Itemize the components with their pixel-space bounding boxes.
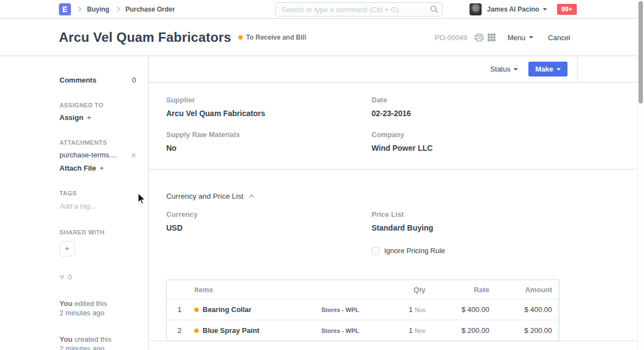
field-label: Supply Raw Materials <box>166 130 372 139</box>
activity-when: 2 minutes ago <box>59 344 136 350</box>
menu-button[interactable]: Menu <box>507 34 533 42</box>
user-avatar[interactable] <box>470 3 482 15</box>
assign-label: Assign <box>59 113 83 122</box>
cancel-button[interactable]: Cancel <box>548 34 570 42</box>
item-amount: $ 200.00 <box>489 326 552 335</box>
comments-link[interactable]: Comments 0 <box>59 76 136 84</box>
make-dropdown[interactable]: Make <box>528 62 567 76</box>
collapse-section-icon <box>249 194 254 200</box>
item-qty: 1 Nos <box>376 305 425 314</box>
user-menu[interactable]: James Al Pacino <box>487 6 547 13</box>
breadcrumb-buying[interactable]: Buying <box>87 6 110 13</box>
row-index: 1 <box>167 305 192 314</box>
divider <box>577 56 578 82</box>
field-value: Standard Buying <box>372 223 626 233</box>
status-dropdown[interactable]: Status <box>490 65 519 73</box>
assigned-to-label: ASSIGNED TO <box>59 102 136 109</box>
app-logo[interactable]: E <box>59 3 71 15</box>
search-icon <box>430 5 439 14</box>
document-id: PO-00049 <box>435 34 467 42</box>
add-icon: + <box>100 164 104 172</box>
form-section-currency: Currency and Price List Currency USD Pri… <box>149 181 644 255</box>
field-label: Supplier <box>166 96 372 105</box>
chevron-right-icon <box>114 7 120 12</box>
item-name: Blue Spray Paint <box>203 326 259 335</box>
field-label: Date <box>372 96 626 105</box>
form-sidebar: Comments 0 ASSIGNED TO Assign + ATTACHME… <box>0 56 149 349</box>
status-indicator-label: To Receive and Bill <box>246 34 306 41</box>
checkbox-label: Ignore Pricing Rule <box>384 247 445 255</box>
row-index: 2 <box>167 326 192 335</box>
status-indicator: To Receive and Bill <box>238 34 306 41</box>
remove-attachment-icon[interactable]: × <box>131 152 136 158</box>
field-value: Wind Power LLC <box>372 143 626 153</box>
share-add-button[interactable]: + <box>59 241 75 256</box>
item-rate: $ 400.00 <box>425 305 489 314</box>
field-value: USD <box>166 223 372 233</box>
column-items: Items <box>192 286 304 294</box>
add-icon: + <box>64 244 69 254</box>
attachment-row: purchase-terms.... × <box>59 151 136 160</box>
qty-value: 1 <box>409 305 413 314</box>
attachment-link[interactable]: purchase-terms.... <box>59 151 117 160</box>
user-name: James Al Pacino <box>487 6 539 13</box>
field-supply-raw-materials[interactable]: Supply Raw Materials No <box>166 130 372 153</box>
field-date[interactable]: Date 02-23-2016 <box>372 96 626 118</box>
field-company[interactable]: Company Wind Power LLC <box>372 130 626 153</box>
activity-action: created this <box>73 335 112 343</box>
table-row[interactable]: 2 Blue Spray Paint Stores - WPL 1 Nos $ … <box>167 320 559 341</box>
table-row[interactable]: 1 Bearing Collar Stores - WPL 1 Nos $ 40… <box>167 299 559 320</box>
page-title: Arcu Vel Quam Fabricators <box>59 30 231 45</box>
item-qty: 1 Nos <box>376 326 425 335</box>
qty-value: 1 <box>409 326 413 335</box>
notification-badge[interactable]: 99+ <box>557 4 577 15</box>
activity-who: You <box>59 299 73 308</box>
search-input[interactable] <box>275 2 443 17</box>
like-count: 0 <box>68 272 72 282</box>
item-rate: $ 200.00 <box>425 326 489 335</box>
breadcrumb: E Buying Purchase Order <box>59 0 175 18</box>
divider <box>149 341 637 341</box>
assign-button[interactable]: Assign + <box>59 113 136 122</box>
breadcrumb-purchase-order[interactable]: Purchase Order <box>125 6 175 13</box>
activity-when: 2 minutes ago <box>59 308 136 318</box>
navbar-user-area: James Al Pacino 99+ <box>470 0 577 18</box>
grid-view-icon[interactable] <box>488 34 495 41</box>
activity-action: edited this <box>73 299 107 308</box>
caret-down-icon <box>556 68 561 70</box>
item-amount: $ 400.00 <box>489 305 552 314</box>
ignore-pricing-rule-checkbox[interactable] <box>372 247 379 255</box>
menu-button-label: Menu <box>507 34 526 42</box>
field-value: Arcu Vel Quam Fabricators <box>166 108 372 118</box>
field-supplier[interactable]: Supplier Arcu Vel Quam Fabricators <box>166 96 372 118</box>
qty-uom: Nos <box>414 327 425 334</box>
form-toolbar: Status Make <box>149 56 577 82</box>
caret-down-icon <box>514 68 518 70</box>
attach-file-label: Attach File <box>59 164 96 172</box>
print-icon[interactable] <box>474 34 484 42</box>
section-currency-toggle[interactable]: Currency and Price List <box>166 192 626 201</box>
comments-count: 0 <box>132 76 136 84</box>
heart-icon[interactable]: ♥ <box>59 272 65 282</box>
page-scrollbar[interactable] <box>637 0 644 350</box>
make-dropdown-label: Make <box>535 65 553 73</box>
attach-file-button[interactable]: Attach File + <box>59 164 136 173</box>
status-dot-icon <box>238 35 243 40</box>
chevron-right-icon <box>77 7 82 12</box>
add-icon: + <box>87 113 91 122</box>
field-currency[interactable]: Currency USD <box>166 210 372 233</box>
column-rate: Rate <box>425 286 489 294</box>
column-amount: Amount <box>489 286 552 294</box>
search-bar <box>275 2 443 17</box>
item-name: Bearing Collar <box>203 305 252 314</box>
add-tag-input[interactable]: Add a tag... <box>59 201 136 211</box>
scrollbar-thumb[interactable] <box>638 1 643 103</box>
caret-down-icon <box>529 36 533 39</box>
field-label: Currency <box>166 210 372 219</box>
field-label: Price List <box>372 210 626 219</box>
column-qty: Qty <box>376 286 425 294</box>
field-price-list[interactable]: Price List Standard Buying <box>372 210 626 233</box>
ignore-pricing-rule-field: Ignore Pricing Rule <box>372 247 626 255</box>
caret-down-icon <box>543 8 547 10</box>
activity-edited: You edited this 2 minutes ago <box>59 299 136 318</box>
